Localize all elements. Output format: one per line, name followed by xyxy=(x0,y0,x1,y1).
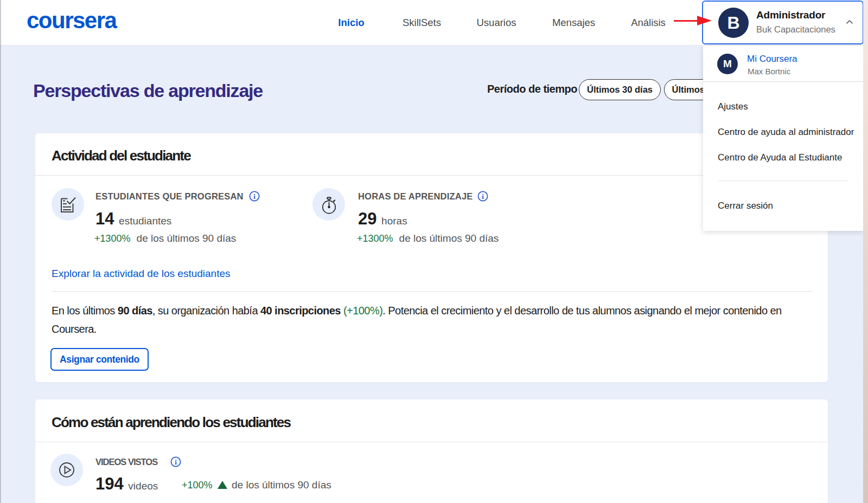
svg-text:i: i xyxy=(253,192,256,201)
svg-text:i: i xyxy=(175,458,177,466)
svg-text:i: i xyxy=(482,192,484,201)
